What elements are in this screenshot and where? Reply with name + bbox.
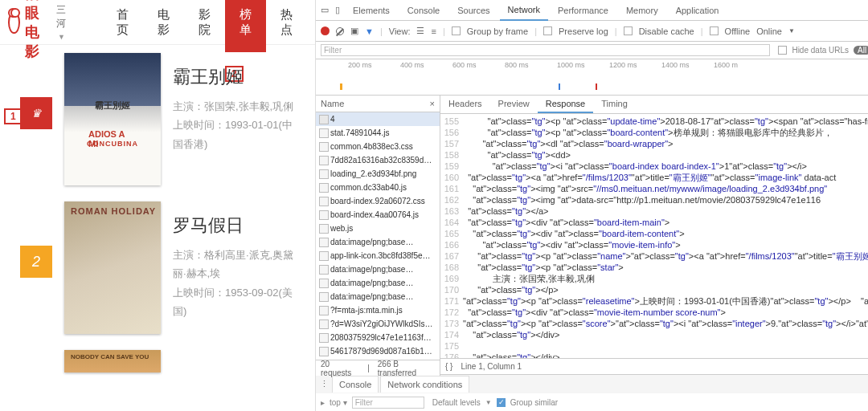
nav-cinema[interactable]: 影院 <box>184 0 225 52</box>
offline-checkbox[interactable] <box>710 26 719 35</box>
nav-home[interactable]: 首页 <box>102 0 143 52</box>
movie-row: 2 ROMAN HOLIDAY 罗马假日 主演：格利高里·派克,奥黛丽·赫本,埃… <box>20 201 295 334</box>
console-icon[interactable]: ▸ <box>321 398 325 407</box>
request-list: Name × 4 stat.74891044.js common.4b838ec… <box>316 96 440 374</box>
nav-board[interactable]: 榜单 <box>225 0 266 52</box>
view-label: View: <box>389 26 411 36</box>
brand-text: 猫眼电影 <box>25 0 51 61</box>
request-item[interactable]: stat.74891044.js <box>316 126 440 140</box>
response-source[interactable]: 1 2 3 155 "at">class="tg"><p "at">class=… <box>440 114 868 358</box>
network-body: Name × 4 stat.74891044.js common.4b838ec… <box>316 96 868 374</box>
filter-icon[interactable]: ▼ <box>365 26 374 36</box>
view-small-icon[interactable]: ≡ <box>431 26 436 36</box>
tab-console[interactable]: Console <box>399 1 448 20</box>
chevron-down-icon[interactable]: ▼ <box>788 27 795 35</box>
rank-badge: ♛ <box>20 97 52 129</box>
close-icon[interactable]: × <box>430 99 435 108</box>
request-item[interactable]: common.dc33ab40.js <box>316 181 440 194</box>
tab-sources[interactable]: Sources <box>449 1 497 20</box>
request-item[interactable]: 7dd82a16316ab32c8359debd… <box>316 153 440 167</box>
request-item[interactable]: ?f=mta-js:mta.min.js <box>316 303 440 317</box>
movie-stars: 主演：格利高里·派克,奥黛丽·赫本,埃 <box>173 246 295 283</box>
request-item[interactable]: common.4b838ec3.css <box>316 140 440 153</box>
request-item[interactable]: data:image/png;base… <box>316 235 440 249</box>
crown-icon: ♛ <box>31 107 42 120</box>
movie-poster[interactable]: 霸王別姬 ADIOS A MI CONCUBINA <box>64 53 161 185</box>
request-item[interactable]: ?d=W3siY2giOiJYWlkdSIsInNj… <box>316 317 440 331</box>
record-icon[interactable] <box>321 26 330 35</box>
site-logo[interactable]: 猫眼电影 <box>8 0 50 61</box>
devtools-tabs: ▭ ▯ Elements Console Sources Network Per… <box>316 0 868 21</box>
filter-input[interactable]: Filter <box>321 44 770 56</box>
disable-cache-checkbox[interactable] <box>624 26 633 35</box>
inspect-icon[interactable]: ▭ <box>319 5 330 16</box>
movie-poster[interactable]: ROMAN HOLIDAY <box>64 201 161 334</box>
drawer-tab-netcond[interactable]: Network conditions <box>380 376 469 393</box>
drawer-tab-console[interactable]: Console <box>332 376 379 393</box>
nav-menu: 首页 电影 影院 榜单 热点 <box>102 0 307 52</box>
site-nav: 猫眼电影 三河▼ 首页 电影 影院 榜单 热点 <box>0 0 315 45</box>
clear-icon[interactable] <box>336 27 344 35</box>
camera-icon[interactable]: ▣ <box>350 26 358 36</box>
device-icon[interactable]: ▯ <box>332 5 343 16</box>
request-item[interactable]: 54617879d969d087a16b1804285… <box>316 344 440 358</box>
console-filter[interactable]: Filter <box>352 397 424 409</box>
city-selector[interactable]: 三河▼ <box>56 3 66 42</box>
request-item[interactable]: data:image/png;base… <box>316 276 440 290</box>
network-toolbar: ▣ ▼ | View: ☰ ≡ | Group by frame | Prese… <box>316 21 868 42</box>
request-item[interactable]: 2080375929lc47e1e1163f19… <box>316 331 440 344</box>
request-item[interactable]: data:image/png;base… <box>316 262 440 276</box>
network-filter-bar: Filter Hide data URLs All XHR JS CSS Img… <box>316 42 868 59</box>
response-panel: Headers Preview Response Timing 1 2 3 15… <box>440 96 868 374</box>
movie-info: 罗马假日 主演：格利高里·派克,奥黛丽·赫本,埃 上映时间：1953-09-02… <box>173 201 295 321</box>
group-checkbox[interactable] <box>452 26 461 35</box>
view-large-icon[interactable]: ☰ <box>416 26 424 36</box>
movie-list: 1 2 3 ♛ 霸王別姬 ADIOS A MI CONCUBINA 霸王别姬 主… <box>0 45 315 380</box>
hide-urls-checkbox[interactable] <box>778 46 787 55</box>
rank-badge: 2 <box>20 246 52 278</box>
request-item[interactable]: 4 <box>316 112 440 126</box>
request-item[interactable]: board-index.92a06072.css <box>316 194 440 208</box>
tab-application[interactable]: Application <box>668 1 727 20</box>
request-item[interactable]: loading_2.e3d934bf.png <box>316 167 440 181</box>
filter-all[interactable]: All <box>854 46 868 55</box>
levels-selector[interactable]: Default levels <box>432 398 481 407</box>
preserve-checkbox[interactable] <box>543 26 552 35</box>
response-tabs: Headers Preview Response Timing <box>440 96 868 114</box>
movie-release: 上映时间：1993-01-01(中国香港) <box>173 116 295 153</box>
logo-icon <box>8 11 20 34</box>
movie-row: ♛ 霸王別姬 ADIOS A MI CONCUBINA 霸王别姬 主演：张国荣,… <box>20 53 295 185</box>
request-item[interactable]: board-index.4aa00764.js <box>316 208 440 222</box>
resp-tab-preview[interactable]: Preview <box>490 96 538 113</box>
request-list-header: Name × <box>316 96 440 112</box>
drawer-toolbar: ▸ top ▾ Filter Default levels▼ Group sim… <box>316 393 868 411</box>
movie-release: 上映时间：1953-09-02(美国) <box>173 283 295 321</box>
drawer-tabs: ⋮ Console Network conditions × <box>316 374 868 393</box>
tab-network[interactable]: Network <box>500 0 548 21</box>
context-selector[interactable]: top ▾ <box>330 398 347 407</box>
movie-stars: 主演：张国荣,张丰毅,巩俐 <box>173 97 295 116</box>
movie-title[interactable]: 罗马假日 <box>173 214 295 238</box>
request-item[interactable]: data:image/png;base… <box>316 290 440 303</box>
movie-title[interactable]: 霸王别姬 <box>173 65 295 89</box>
tab-elements[interactable]: Elements <box>345 1 398 20</box>
group-similar-checkbox[interactable] <box>497 398 506 407</box>
nav-hot[interactable]: 热点 <box>266 0 307 52</box>
request-item[interactable]: web.js <box>316 222 440 235</box>
resp-tab-timing[interactable]: Timing <box>593 96 636 113</box>
movie-poster[interactable]: NOBODY CAN SAVE YOU <box>64 350 161 372</box>
resp-tab-response[interactable]: Response <box>538 96 594 113</box>
movie-info: 霸王别姬 主演：张国荣,张丰毅,巩俐 上映时间：1993-01-01(中国香港) <box>173 53 295 153</box>
resp-tab-headers[interactable]: Headers <box>440 96 490 113</box>
drawer-menu-icon[interactable]: ⋮ <box>319 379 330 390</box>
devtools-pane: ▭ ▯ Elements Console Sources Network Per… <box>316 0 868 411</box>
request-item[interactable]: app-link-icon.3bc8fd38f5eb0c… <box>316 249 440 262</box>
website-pane: 猫眼电影 三河▼ 首页 电影 影院 榜单 热点 1 2 3 ♛ 霸王別姬 ADI… <box>0 0 316 411</box>
chevron-down-icon: ▼ <box>58 33 65 41</box>
tab-memory[interactable]: Memory <box>618 1 666 20</box>
network-status: 20 requests | 266 B transferred <box>316 360 440 376</box>
movie-row: NOBODY CAN SAVE YOU <box>20 350 295 372</box>
nav-movie[interactable]: 电影 <box>143 0 184 52</box>
network-timeline[interactable]: 200 ms 400 ms 600 ms 800 ms 1000 ms 1200… <box>316 59 868 96</box>
tab-performance[interactable]: Performance <box>550 1 616 20</box>
